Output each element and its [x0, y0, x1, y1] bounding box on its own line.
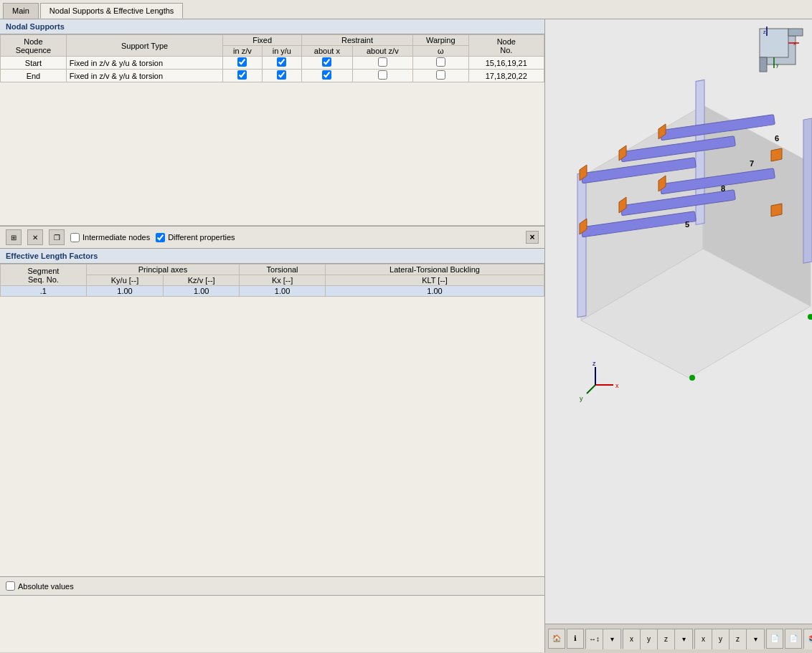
cell-kyu: 1.00 — [86, 286, 163, 297]
col-restraint-header: Restraint — [302, 35, 413, 46]
svg-text:8: 8 — [721, 184, 725, 193]
checkbox-fixed-zv[interactable] — [237, 70, 247, 80]
doc1-button[interactable]: 📄 — [766, 629, 783, 649]
intermediate-nodes-checkbox[interactable] — [70, 233, 80, 242]
info-button[interactable]: ℹ — [567, 629, 584, 649]
cell-fixed-zv[interactable] — [223, 70, 262, 82]
delete-icon: ✕ — [32, 234, 38, 242]
cell-fixed-yu[interactable] — [262, 57, 301, 70]
col-restraint-aboutzv: about z/v — [352, 46, 412, 57]
svg-point-40 — [689, 375, 695, 381]
svg-marker-28 — [771, 148, 782, 161]
nodal-supports-header: Nodal Supports — [0, 19, 544, 34]
cell-restraint-x[interactable] — [302, 57, 353, 70]
col-fixed-zv: in z/v — [223, 46, 262, 57]
cell-fixed-zv[interactable] — [223, 57, 262, 70]
y2-axis-button[interactable]: y — [712, 629, 730, 649]
home-icon: 🏠 — [552, 634, 561, 642]
absolute-values-checkbox[interactable] — [6, 581, 15, 591]
checkbox-fixed-yu[interactable] — [277, 57, 286, 67]
3d-view[interactable]: x y z — [545, 19, 812, 624]
col-torsional: Torsional — [240, 264, 326, 275]
doc2-icon: 📄 — [789, 634, 798, 642]
view-toolbar: 🏠 ℹ ↔↕ ▾ x y z ▾ x y z ▾ 📄 — [545, 624, 812, 652]
svg-line-36 — [587, 385, 595, 394]
info-icon: ℹ — [574, 634, 577, 642]
y-axis-button[interactable]: y — [641, 629, 658, 649]
cell-restraint-zv[interactable] — [352, 70, 412, 82]
checkbox-fixed-yu[interactable] — [277, 70, 286, 80]
col-fixed-header: Fixed — [223, 35, 302, 46]
close-button[interactable]: × — [526, 231, 539, 244]
tab-nodal[interactable]: Nodal Supports & Effective Lengths — [40, 3, 183, 19]
checkbox-fixed-zv[interactable] — [237, 57, 247, 67]
col-warping-omega: ω — [412, 46, 468, 57]
checkbox-restraint-zv[interactable] — [378, 70, 387, 80]
col-support-type: Support Type — [66, 35, 222, 57]
home-view-button[interactable]: 🏠 — [548, 629, 565, 649]
structure-svg: 6 7 8 5 x z y — [560, 34, 812, 449]
svg-rect-13 — [577, 172, 586, 317]
axis-dropdown[interactable]: ▾ — [675, 629, 692, 649]
svg-text:5: 5 — [685, 220, 689, 229]
cell-seq: End — [1, 70, 67, 82]
cell-fixed-yu[interactable] — [262, 70, 301, 82]
different-properties-label[interactable]: Different properties — [156, 233, 235, 242]
absolute-values-label[interactable]: Absolute values — [6, 581, 539, 591]
cell-support-type: Fixed in z/v & y/u & torsion — [66, 57, 222, 70]
different-properties-checkbox[interactable] — [156, 233, 165, 242]
x-axis-button[interactable]: x — [623, 629, 641, 649]
col-node-seq: NodeSequence — [1, 35, 67, 57]
col-kx: Kx [--] — [240, 275, 326, 286]
intermediate-nodes-text: Intermediate nodes — [82, 233, 150, 242]
view-mode-button[interactable]: ↔↕ — [586, 629, 603, 649]
cell-node-no: 15,16,19,21 — [468, 57, 544, 70]
svg-rect-15 — [803, 118, 812, 263]
col-kzv: Kz/v [--] — [164, 275, 240, 286]
cell-seg-seq: .1 — [1, 286, 87, 297]
intermediate-nodes-label[interactable]: Intermediate nodes — [70, 233, 150, 242]
view-mode-group: ↔↕ ▾ — [585, 629, 621, 649]
book-button[interactable]: 📚 — [804, 629, 812, 649]
main-layout: Nodal Supports NodeSequence Support Type… — [0, 19, 812, 652]
z2-axis-button[interactable]: z — [730, 629, 747, 649]
table-row[interactable]: .1 1.00 1.00 1.00 1.00 — [1, 286, 544, 297]
x2-axis-button[interactable]: x — [695, 629, 712, 649]
scene-background: x y z — [545, 19, 812, 624]
svg-text:x: x — [615, 382, 619, 389]
cell-restraint-x[interactable] — [302, 70, 353, 82]
col-restraint-aboutx: about x — [302, 46, 353, 57]
lower-area — [0, 595, 544, 652]
view-mode-dropdown[interactable]: ▾ — [603, 629, 620, 649]
checkbox-restraint-x[interactable] — [322, 57, 331, 67]
cell-warping[interactable] — [412, 70, 468, 82]
col-principal-axes: Principal axes — [86, 264, 239, 275]
copy-icon: ❐ — [54, 234, 60, 242]
copy-row-button[interactable]: ❐ — [49, 229, 65, 245]
checkbox-restraint-x[interactable] — [322, 70, 331, 80]
cell-klt: 1.00 — [325, 286, 544, 297]
left-panel: Nodal Supports NodeSequence Support Type… — [0, 19, 545, 652]
effective-length-table: SegmentSeq. No. Principal axes Torsional… — [0, 264, 544, 297]
col-warping-header: Warping — [412, 35, 468, 46]
cell-warping[interactable] — [412, 57, 468, 70]
axis2-dropdown[interactable]: ▾ — [747, 629, 764, 649]
checkbox-restraint-zv[interactable] — [378, 57, 387, 67]
tab-main[interactable]: Main — [3, 3, 39, 19]
book-group: 📚 ▾ — [803, 629, 812, 649]
table-row[interactable]: Start Fixed in z/v & y/u & torsion 15,16… — [1, 57, 544, 70]
delete-row-button[interactable]: ✕ — [27, 229, 43, 245]
doc2-button[interactable]: 📄 — [785, 629, 802, 649]
col-node-no: NodeNo. — [468, 35, 544, 57]
effective-length-header: Effective Length Factors — [0, 249, 544, 264]
effective-length-section: Effective Length Factors SegmentSeq. No.… — [0, 249, 544, 652]
x-axis-group: x y z ▾ — [623, 629, 693, 649]
checkbox-warping[interactable] — [436, 70, 445, 80]
table-row[interactable]: End Fixed in z/v & y/u & torsion 17,18,2… — [1, 70, 544, 82]
add-row-button[interactable]: ⊞ — [6, 229, 22, 245]
absolute-values-text: Absolute values — [18, 582, 74, 591]
z-axis-button[interactable]: z — [658, 629, 675, 649]
checkbox-warping[interactable] — [436, 57, 445, 67]
svg-point-41 — [808, 314, 812, 320]
cell-restraint-zv[interactable] — [352, 57, 412, 70]
